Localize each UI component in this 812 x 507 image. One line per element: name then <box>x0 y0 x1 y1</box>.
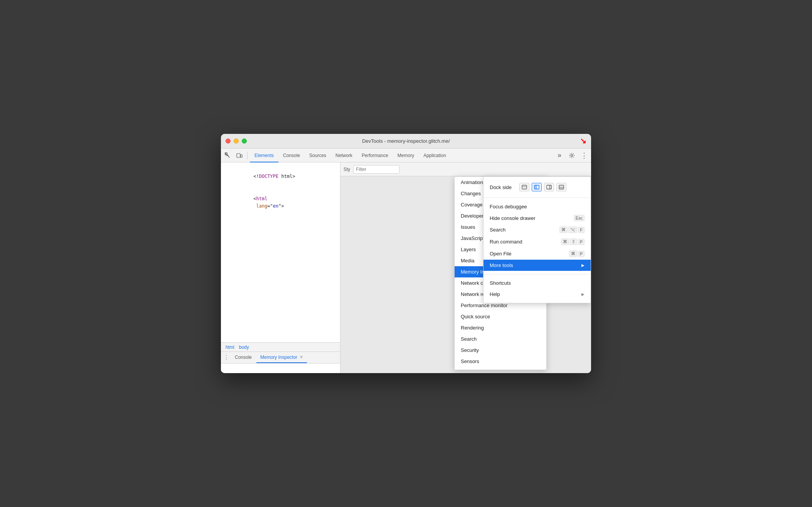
settings-help[interactable]: Help ▶ <box>483 289 591 300</box>
breadcrumb-html[interactable]: html <box>224 345 236 350</box>
shortcut-open-file: ⌘ P <box>569 250 585 257</box>
dropdown-container: AnimationsChangesCoverageDeveloper Resou… <box>340 176 591 373</box>
svg-rect-2 <box>241 155 242 157</box>
right-panel: Sty No op AnimationsChangesCoverageDevel… <box>340 162 591 373</box>
title-bar: DevTools - memory-inspector.glitch.me/ ↘ <box>221 134 591 149</box>
svg-rect-13 <box>559 187 564 189</box>
drawer-tab-close-icon[interactable]: ✕ <box>300 355 303 360</box>
left-panel: <!DOCTYPE html> <html lang="en"> html bo… <box>221 162 340 373</box>
dock-undock-btn[interactable] <box>519 183 529 191</box>
svg-point-3 <box>571 154 573 156</box>
code-editor[interactable]: <!DOCTYPE html> <html lang="en"> <box>221 162 340 342</box>
more-tools-item-quick-source[interactable]: Quick source <box>455 311 546 322</box>
tab-sources[interactable]: Sources <box>305 149 331 162</box>
inspect-icon[interactable] <box>222 150 233 161</box>
settings-focus-debuggee[interactable]: Focus debuggee <box>483 201 591 212</box>
minimize-button[interactable] <box>234 139 239 144</box>
drawer-drag-handle[interactable]: ⋮ <box>222 353 230 362</box>
drawer-tab-console[interactable]: Console <box>231 352 256 363</box>
dock-right-btn[interactable] <box>544 183 554 191</box>
breadcrumb-body[interactable]: body <box>238 345 251 350</box>
svg-rect-4 <box>522 185 527 189</box>
svg-rect-7 <box>534 185 536 189</box>
settings-more-tools[interactable]: More tools ▶ <box>483 260 591 271</box>
more-tools-item-security[interactable]: Security <box>455 345 546 356</box>
kebab-menu-icon[interactable]: ⋮ <box>579 150 590 161</box>
svg-rect-10 <box>549 185 551 189</box>
dock-side-section: Dock side <box>483 177 591 198</box>
more-tools-item-webaudio[interactable]: WebAudio <box>455 367 546 370</box>
tab-performance[interactable]: Performance <box>357 149 393 162</box>
settings-actions-section: Focus debuggee Hide console drawer Esc S… <box>483 198 591 274</box>
styles-bar: Sty <box>340 162 591 176</box>
styles-label: Sty <box>344 167 350 172</box>
maximize-button[interactable] <box>242 139 247 144</box>
settings-bottom-section: Shortcuts Help ▶ <box>483 274 591 303</box>
settings-hide-console-drawer[interactable]: Hide console drawer Esc <box>483 212 591 224</box>
corner-arrow-icon: ↘ <box>580 136 586 145</box>
console-drawer: ⋮ Console Memory Inspector ✕ <box>221 352 340 373</box>
drawer-tab-bar: ⋮ Console Memory Inspector ✕ <box>221 352 340 363</box>
svg-rect-1 <box>237 154 240 157</box>
settings-icon[interactable] <box>566 150 577 161</box>
submenu-arrow-icon: ▶ <box>581 263 585 267</box>
breadcrumb: html body <box>221 342 340 352</box>
help-submenu-arrow-icon: ▶ <box>581 292 585 296</box>
devtools-toolbar: Elements Console Sources Network Perform… <box>221 149 591 162</box>
shortcut-search: ⌘ ⌥ F <box>559 226 585 233</box>
shortcut-esc: Esc <box>574 215 585 221</box>
settings-search[interactable]: Search ⌘ ⌥ F <box>483 224 591 236</box>
tab-elements[interactable]: Elements <box>250 149 278 162</box>
more-tabs-icon[interactable]: » <box>554 150 565 161</box>
settings-shortcuts[interactable]: Shortcuts <box>483 277 591 289</box>
dock-icons <box>519 183 566 191</box>
code-line-2: <html lang="en"> <box>226 188 335 218</box>
device-toggle-icon[interactable] <box>234 150 245 161</box>
toolbar-right: » ⋮ <box>554 150 590 161</box>
tab-network[interactable]: Network <box>331 149 357 162</box>
more-tools-item-search[interactable]: Search <box>455 333 546 345</box>
dock-side-label: Dock side <box>490 184 512 190</box>
tab-memory[interactable]: Memory <box>393 149 419 162</box>
window-title: DevTools - memory-inspector.glitch.me/ <box>362 138 450 144</box>
close-button[interactable] <box>226 139 231 144</box>
settings-run-command[interactable]: Run command ⌘ ⇧ P <box>483 236 591 248</box>
main-area: <!DOCTYPE html> <html lang="en"> html bo… <box>221 162 591 373</box>
devtools-window: DevTools - memory-inspector.glitch.me/ ↘… <box>221 134 591 373</box>
settings-dropdown: Dock side <box>483 176 591 303</box>
dock-left-btn[interactable] <box>532 183 542 191</box>
tab-navigation: Elements Console Sources Network Perform… <box>250 149 553 162</box>
separator <box>247 152 248 159</box>
tab-console[interactable]: Console <box>278 149 305 162</box>
more-tools-item-rendering[interactable]: Rendering <box>455 322 546 333</box>
dock-bottom-btn[interactable] <box>556 183 566 191</box>
settings-open-file[interactable]: Open File ⌘ P <box>483 248 591 260</box>
drawer-tab-memory-inspector[interactable]: Memory Inspector ✕ <box>256 352 307 363</box>
filter-input[interactable] <box>353 165 399 174</box>
shortcut-run-command: ⌘ ⇧ P <box>561 238 585 245</box>
code-line-1: <!DOCTYPE html> <box>226 166 335 188</box>
dock-side-row: Dock side <box>483 180 591 194</box>
more-tools-item-sensors[interactable]: Sensors <box>455 356 546 367</box>
traffic-lights <box>226 139 247 144</box>
tab-application[interactable]: Application <box>419 149 451 162</box>
